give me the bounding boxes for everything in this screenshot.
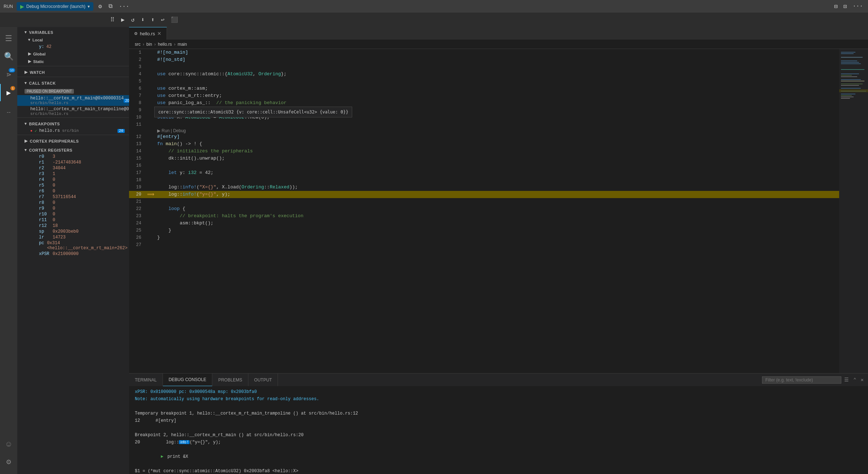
run-label: RUN bbox=[4, 4, 13, 9]
activity-item-source-control[interactable]: ⋗ 10 bbox=[0, 66, 17, 83]
activity-item-explorer[interactable]: ☰ bbox=[0, 30, 17, 47]
code-line-1: 1 #![no_main] bbox=[129, 49, 839, 56]
panel-collapse-icon[interactable]: ⌃ bbox=[852, 376, 858, 384]
activity-item-settings[interactable]: ⚙ bbox=[0, 453, 17, 470]
cortex-peripherals-label: CORTEX PERIPHERALS bbox=[30, 139, 79, 143]
reg-r11: r11 0 bbox=[17, 217, 129, 223]
console-line-2 bbox=[135, 403, 862, 410]
step-out-button[interactable]: ⬆ bbox=[149, 15, 157, 25]
code-line-13: 13 fn main() -> ! { bbox=[129, 140, 839, 148]
tab-debug-console[interactable]: DEBUG CONSOLE bbox=[163, 374, 213, 386]
reg-value-r0: 3 bbox=[53, 154, 55, 159]
svg-rect-1 bbox=[841, 52, 855, 53]
code-line-25: 25 } bbox=[129, 227, 839, 234]
reg-name-sp: sp bbox=[39, 229, 50, 234]
continue-button[interactable]: ▶ bbox=[119, 15, 127, 25]
activity-item-run-debug[interactable]: ▶ 1 bbox=[0, 84, 17, 101]
breadcrumb-main[interactable]: main bbox=[178, 42, 187, 47]
svg-rect-8 bbox=[841, 73, 859, 74]
cortex-peripherals-header[interactable]: ▶ CORTEX PERIPHERALS bbox=[17, 136, 129, 145]
activity-item-account[interactable]: ☺ bbox=[0, 436, 17, 453]
console-line-6: Breakpoint 2, hello::__cortex_m_rt_main … bbox=[135, 431, 862, 439]
stop-button[interactable]: ⬛ bbox=[169, 15, 180, 25]
step-over-button[interactable]: ↺ bbox=[129, 15, 137, 25]
reg-value-r12: 18 bbox=[53, 223, 58, 228]
reg-name-r6: r6 bbox=[39, 189, 50, 194]
code-line-7: 7 use cortex_m_rt::entry; bbox=[129, 92, 839, 99]
code-lens-run-debug[interactable]: ▶ Run | Debug bbox=[129, 128, 839, 133]
drag-handle[interactable]: ⠿ bbox=[108, 15, 117, 25]
reg-r5: r5 0 bbox=[17, 183, 129, 188]
maximize-icon[interactable]: ⊡ bbox=[842, 2, 849, 11]
execution-arrow-icon: ⟹ bbox=[147, 191, 154, 198]
svg-rect-5 bbox=[841, 62, 859, 63]
static-header[interactable]: ▶ Static bbox=[17, 58, 129, 65]
call-stack-item-1[interactable]: hello::__cortex_m_rt_main_trampoline@0x0… bbox=[17, 106, 129, 117]
local-header[interactable]: ▾ Local bbox=[17, 36, 129, 44]
tooltip-box: core::sync::atomic::AtomicU32 {v: core::… bbox=[154, 107, 352, 117]
panel-close-icon[interactable]: ✕ bbox=[859, 376, 865, 384]
bp-dot-icon: ● bbox=[30, 129, 32, 133]
code-editor[interactable]: 1 #![no_main] 2 #![no_std] 3 bbox=[129, 49, 839, 373]
reg-name-lr: lr bbox=[39, 235, 50, 240]
watch-label: WATCH bbox=[30, 70, 45, 75]
restart-button[interactable]: ↩ bbox=[159, 15, 167, 25]
debug-config[interactable]: ▶ Debug Microcontroller (launch) ▾ bbox=[17, 2, 93, 11]
reg-value-sp: 0x2003beb0 bbox=[53, 229, 79, 234]
layout-icon[interactable]: ⊟ bbox=[833, 2, 839, 11]
code-line-19: 19 log::info!("X={}", X.load(Ordering::R… bbox=[129, 184, 839, 191]
reg-value-r6: 0 bbox=[53, 189, 55, 194]
console-line-3: Temporary breakpoint 1, hello::__cortex_… bbox=[135, 410, 862, 417]
breadcrumb-bin[interactable]: bin bbox=[146, 42, 152, 47]
svg-rect-20 bbox=[841, 97, 854, 97]
svg-rect-9 bbox=[841, 75, 852, 76]
call-stack-header-main[interactable]: ▾ CALL STACK bbox=[17, 78, 129, 87]
settings-icon[interactable]: ⚙ bbox=[97, 2, 103, 11]
tab-problems[interactable]: PROBLEMS bbox=[212, 374, 248, 386]
activity-item-extensions[interactable]: ⚋ bbox=[0, 102, 17, 119]
reg-value-r2: 34044 bbox=[53, 166, 66, 171]
global-header[interactable]: ▶ Global bbox=[17, 50, 129, 58]
tab-output[interactable]: OUTPUT bbox=[248, 374, 278, 386]
code-line-6: 6 use cortex_m::asm; bbox=[129, 85, 839, 92]
filter-input[interactable] bbox=[762, 376, 841, 384]
code-line-11: 11 bbox=[129, 121, 839, 128]
debug-config-label: Debug Microcontroller (launch) bbox=[26, 4, 85, 9]
activity-item-search[interactable]: 🔍 bbox=[0, 48, 17, 65]
reg-r1: r1 -2147483648 bbox=[17, 160, 129, 165]
breadcrumb-sep-3: › bbox=[174, 42, 176, 47]
reg-r8: r8 0 bbox=[17, 200, 129, 206]
bottom-panel: TERMINAL DEBUG CONSOLE PROBLEMS OUTPUT ☰… bbox=[129, 373, 868, 474]
call-stack-item-0[interactable]: hello::__cortex_m_rt_main@0x00000314 src… bbox=[17, 95, 129, 106]
breadcrumb-src[interactable]: src bbox=[135, 42, 141, 47]
tab-hello-rs[interactable]: ⚙ hello.rs ✕ bbox=[129, 27, 167, 40]
editor-with-minimap: 1 #![no_main] 2 #![no_std] 3 bbox=[129, 49, 868, 373]
cortex-peripherals-chevron: ▶ bbox=[25, 139, 28, 143]
code-line-14: 14 // initializes the peripherals bbox=[129, 148, 839, 155]
breakpoints-header[interactable]: ▾ BREAKPOINTS bbox=[17, 118, 129, 128]
svg-rect-10 bbox=[841, 76, 857, 77]
static-label: Static bbox=[33, 59, 44, 64]
breadcrumb-file[interactable]: hello.rs bbox=[158, 42, 172, 47]
reg-name-r8: r8 bbox=[39, 200, 50, 205]
console-line-8: $1 = (*mut core::sync::atomic::AtomicU32… bbox=[135, 468, 862, 474]
split-icon[interactable]: ⧉ bbox=[107, 2, 114, 10]
watch-header[interactable]: ▶ WATCH bbox=[17, 67, 129, 76]
more-icon[interactable]: ··· bbox=[118, 3, 131, 10]
step-into-button[interactable]: ⬇ bbox=[139, 15, 147, 25]
tab-terminal[interactable]: TERMINAL bbox=[129, 374, 163, 386]
reg-name-r1: r1 bbox=[39, 160, 50, 165]
svg-rect-14 bbox=[841, 85, 859, 86]
cortex-registers-header[interactable]: ▾ CORTEX REGISTERS bbox=[17, 145, 129, 154]
tab-close-button[interactable]: ✕ bbox=[157, 31, 161, 36]
svg-rect-11 bbox=[841, 79, 861, 80]
variables-header[interactable]: ▾ VARIABLES bbox=[17, 27, 129, 36]
bp-line: 20 bbox=[118, 129, 125, 133]
panel-layout-icon[interactable]: ☰ bbox=[843, 376, 850, 384]
tab-bar: ⚙ hello.rs ✕ bbox=[129, 27, 868, 40]
more-actions-icon[interactable]: ··· bbox=[851, 2, 864, 11]
reg-r3: r3 1 bbox=[17, 171, 129, 177]
chevron-down-icon: ▾ bbox=[88, 4, 90, 9]
call-stack-file-0: src/bin/hello.rs bbox=[30, 101, 124, 105]
breakpoint-item-0: ● ✓ hello.rs src/bin 20 bbox=[17, 128, 129, 134]
